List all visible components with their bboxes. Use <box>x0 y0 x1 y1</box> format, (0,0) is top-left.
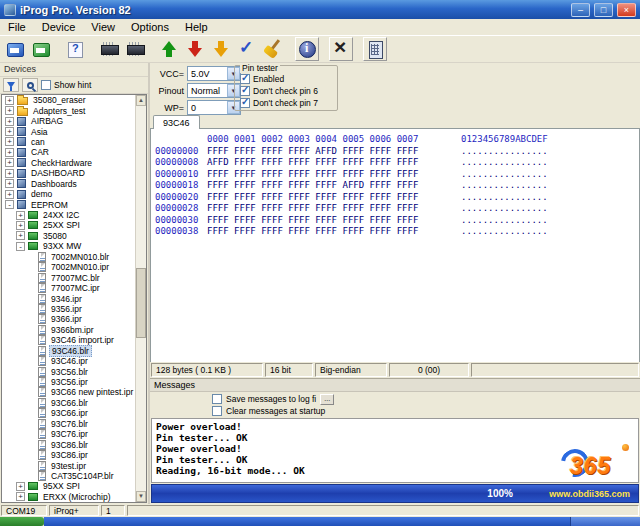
pin-tester-checkbox[interactable] <box>240 74 250 84</box>
toolbar-button[interactable] <box>209 37 233 61</box>
tree-item[interactable]: 9366.ipr <box>2 314 135 324</box>
tree-expander[interactable] <box>26 273 35 282</box>
tree-item[interactable]: 93C66.blr <box>2 398 135 408</box>
close-button[interactable]: × <box>617 3 636 17</box>
tree-item[interactable]: 93C56.ipr <box>2 377 135 387</box>
tree-expander[interactable]: + <box>5 148 14 157</box>
hex-row[interactable]: 00000010FFFF FFFF FFFF FFFF FFFF FFFF FF… <box>155 169 639 181</box>
tree-item[interactable]: 7002MN010.ipr <box>2 262 135 272</box>
tree-item[interactable]: + CheckHardware <box>2 158 135 168</box>
tree-item[interactable]: - 93XX MW <box>2 241 135 251</box>
tree-expander[interactable] <box>26 304 35 313</box>
tree-expander[interactable]: - <box>16 242 25 251</box>
tree-expander[interactable] <box>26 294 35 303</box>
hex-editor[interactable]: 0000 0001 0002 0003 0004 0005 0006 00070… <box>150 129 640 362</box>
tree-expander[interactable]: - <box>5 200 14 209</box>
menu-item[interactable]: File <box>0 20 34 34</box>
tree-expander[interactable] <box>26 430 35 439</box>
pin-tester-checkbox[interactable] <box>240 98 250 108</box>
tree-item[interactable]: + 24XX I2C <box>2 210 135 220</box>
tree-item[interactable]: + AIRBAG <box>2 116 135 126</box>
hex-row[interactable]: 00000000FFFF FFFF FFFF FFFF AFFD FFFF FF… <box>155 146 639 158</box>
tree-expander[interactable]: + <box>16 211 25 220</box>
scroll-up-button[interactable]: ▲ <box>136 95 146 106</box>
hex-values[interactable]: FFFF FFFF FFFF FFFF AFFD FFFF FFFF FFFF <box>207 146 449 158</box>
tree-item[interactable]: 93test.ipr <box>2 460 135 470</box>
tree-expander[interactable]: + <box>16 221 25 230</box>
tree-item[interactable]: + Dashboards <box>2 179 135 189</box>
tree-expander[interactable] <box>26 263 35 272</box>
tree-item[interactable]: 93C46.blr <box>2 346 135 356</box>
tree-item[interactable]: + 35080_eraser <box>2 95 135 105</box>
hex-row[interactable]: 00000030FFFF FFFF FFFF FFFF FFFF FFFF FF… <box>155 215 639 227</box>
toolbar-button[interactable] <box>97 37 121 61</box>
tree-item[interactable]: + 35080 <box>2 231 135 241</box>
tree-item[interactable]: + 25XX SPI <box>2 220 135 230</box>
save-log-checkbox[interactable] <box>212 394 222 404</box>
hex-values[interactable]: FFFF FFFF FFFF FFFF FFFF AFFD FFFF FFFF <box>207 180 449 192</box>
toolbar-button[interactable] <box>235 37 259 61</box>
tree-item[interactable]: 77007MC.ipr <box>2 283 135 293</box>
tree-expander[interactable] <box>26 315 35 324</box>
device-search-button[interactable] <box>22 78 38 92</box>
tree-item[interactable]: + ERXX (Microchip) <box>2 492 135 502</box>
browse-log-button[interactable]: ... <box>320 394 334 405</box>
tree-item[interactable]: + can <box>2 137 135 147</box>
hex-row[interactable]: 00000038FFFF FFFF FFFF FFFF FFFF FFFF FF… <box>155 226 639 238</box>
menu-item[interactable]: Device <box>34 20 84 34</box>
tree-item[interactable]: 93C66 new pintest.ipr <box>2 387 135 397</box>
show-hint-checkbox[interactable] <box>41 80 51 90</box>
hex-values[interactable]: AFFD FFFF FFFF FFFF FFFF FFFF FFFF FFFF <box>207 157 449 169</box>
tree-expander[interactable] <box>26 336 35 345</box>
pinout-select[interactable]: Normal▼ <box>187 83 241 98</box>
hex-row[interactable]: 00000020FFFF FFFF FFFF FFFF FFFF FFFF FF… <box>155 192 639 204</box>
tree-item[interactable]: 93C46.ipr <box>2 356 135 366</box>
menu-item[interactable]: Options <box>123 20 177 34</box>
tree-item[interactable]: 93C76.ipr <box>2 429 135 439</box>
tree-item[interactable]: CAT35C104P.blr <box>2 471 135 481</box>
tree-item[interactable]: 93C86.blr <box>2 439 135 449</box>
device-filter-button[interactable] <box>3 78 19 92</box>
tree-scrollbar[interactable]: ▲ ▼ <box>135 95 146 502</box>
tree-expander[interactable] <box>26 357 35 366</box>
scrollbar-thumb[interactable] <box>136 268 146 338</box>
hex-values[interactable]: FFFF FFFF FFFF FFFF FFFF FFFF FFFF FFFF <box>207 215 449 227</box>
tree-expander[interactable]: + <box>5 179 14 188</box>
tree-expander[interactable]: + <box>5 137 14 146</box>
maximize-button[interactable]: □ <box>594 3 613 17</box>
wp-select[interactable]: 0▼ <box>187 100 241 115</box>
tree-expander[interactable]: + <box>5 169 14 178</box>
toolbar-button[interactable] <box>63 37 87 61</box>
tree-expander[interactable] <box>26 409 35 418</box>
tree-expander[interactable] <box>26 440 35 449</box>
tree-expander[interactable] <box>26 284 35 293</box>
tree-expander[interactable] <box>26 398 35 407</box>
tree-expander[interactable]: + <box>16 482 25 491</box>
toolbar-button[interactable] <box>329 37 353 61</box>
hex-values[interactable]: FFFF FFFF FFFF FFFF FFFF FFFF FFFF FFFF <box>207 226 449 238</box>
tree-expander[interactable]: + <box>5 106 14 115</box>
menu-item[interactable]: Help <box>177 20 216 34</box>
tree-item[interactable]: 93C56.blr <box>2 366 135 376</box>
toolbar-button[interactable] <box>363 37 387 61</box>
pin-tester-checkbox[interactable] <box>240 86 250 96</box>
tree-expander[interactable] <box>26 325 35 334</box>
tree-item[interactable]: + Adapters_test <box>2 105 135 115</box>
tree-expander[interactable] <box>26 461 35 470</box>
tree-expander[interactable] <box>26 367 35 376</box>
tree-expander[interactable] <box>26 471 35 480</box>
tree-item[interactable]: 9346.ipr <box>2 293 135 303</box>
tree-expander[interactable]: + <box>5 158 14 167</box>
tree-expander[interactable]: + <box>5 127 14 136</box>
menu-item[interactable]: View <box>83 20 123 34</box>
toolbar-button[interactable] <box>157 37 181 61</box>
tree-item[interactable]: + DASHBOARD <box>2 168 135 178</box>
toolbar-button[interactable] <box>29 37 53 61</box>
hex-row[interactable]: 00000018FFFF FFFF FFFF FFFF FFFF AFFD FF… <box>155 180 639 192</box>
tree-expander[interactable] <box>26 388 35 397</box>
tree-item[interactable]: + CAR <box>2 147 135 157</box>
tree-expander[interactable] <box>26 378 35 387</box>
tree-item[interactable]: + Asia <box>2 126 135 136</box>
tree-expander[interactable]: + <box>16 492 25 501</box>
tree-expander[interactable]: + <box>5 190 14 199</box>
